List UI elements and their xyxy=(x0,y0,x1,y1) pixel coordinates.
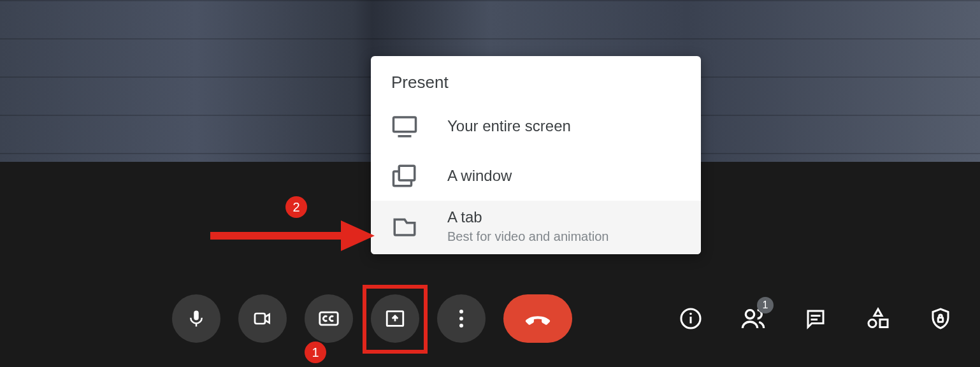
chat-icon xyxy=(804,307,827,330)
more-vert-icon xyxy=(459,309,464,328)
activities-icon xyxy=(867,307,890,330)
chat-button[interactable] xyxy=(802,305,830,333)
shield-lock-icon xyxy=(929,307,952,330)
mic-icon xyxy=(187,309,206,328)
meeting-details-button[interactable] xyxy=(677,305,705,333)
security-button[interactable] xyxy=(926,305,955,333)
present-option-entire-screen[interactable]: Your entire screen xyxy=(371,101,701,151)
tab-icon xyxy=(391,213,418,240)
svg-rect-19 xyxy=(938,318,943,322)
present-screen-icon xyxy=(384,308,406,329)
present-option-sublabel: Best for video and animation xyxy=(447,229,681,244)
participant-count-badge: 1 xyxy=(757,297,774,313)
svg-point-7 xyxy=(459,310,463,313)
svg-marker-16 xyxy=(874,309,882,316)
meeting-toolbar: 1 xyxy=(0,293,980,344)
svg-rect-4 xyxy=(255,313,265,324)
info-icon xyxy=(679,307,702,330)
microphone-button[interactable] xyxy=(172,294,220,343)
window-icon xyxy=(391,162,418,189)
present-option-window[interactable]: A window xyxy=(371,151,701,201)
end-call-button[interactable] xyxy=(503,294,572,343)
present-menu: Present Your entire screen A window xyxy=(371,56,701,254)
video-icon xyxy=(252,308,273,329)
svg-point-12 xyxy=(689,313,692,315)
svg-point-13 xyxy=(746,310,754,319)
present-option-tab[interactable]: A tab Best for video and animation xyxy=(371,201,701,254)
svg-point-17 xyxy=(868,320,876,327)
svg-rect-0 xyxy=(394,117,416,132)
camera-button[interactable] xyxy=(238,294,287,343)
phone-hangup-icon xyxy=(523,304,552,333)
cc-icon xyxy=(318,308,340,329)
present-menu-title: Present xyxy=(371,56,701,101)
svg-point-9 xyxy=(459,324,463,327)
present-option-label: A window xyxy=(447,167,681,185)
svg-point-8 xyxy=(459,317,463,320)
svg-rect-2 xyxy=(399,166,415,180)
more-options-button[interactable] xyxy=(437,294,486,343)
activities-button[interactable] xyxy=(864,305,892,333)
svg-rect-18 xyxy=(880,320,888,327)
present-option-label: Your entire screen xyxy=(447,117,681,136)
people-button[interactable]: 1 xyxy=(739,305,767,333)
present-button[interactable] xyxy=(371,294,419,343)
captions-button[interactable] xyxy=(305,294,353,343)
present-option-label: A tab xyxy=(447,208,681,227)
monitor-icon xyxy=(391,113,418,140)
